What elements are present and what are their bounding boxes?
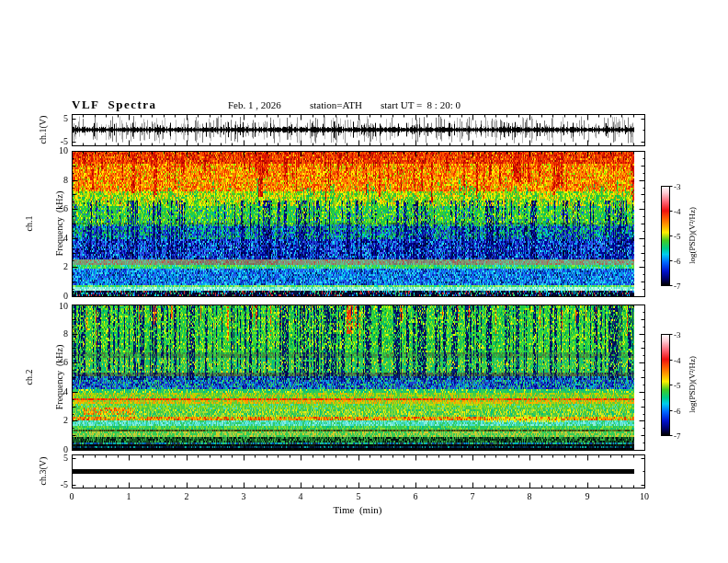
time-tick-label: 9 (576, 491, 598, 502)
time-tick-label: 8 (518, 491, 540, 502)
ch1-voltage-tick-label: 5 (46, 113, 68, 124)
ch2-frequency-tick-label: 8 (46, 328, 68, 339)
colorbar2-tick-label: -7 (674, 431, 690, 442)
colorbar1-tick-label: -7 (674, 281, 690, 292)
time-tick-label: 2 (176, 491, 198, 502)
ch2-frequency-tick-label: 2 (46, 415, 68, 426)
ch2-frequency-axis-label-line1: ch.2 (24, 345, 34, 410)
colorbar1-tick-label: -6 (674, 256, 690, 267)
ch2-frequency-tick-label: 4 (46, 386, 68, 397)
station-label: station=ATH (310, 99, 362, 110)
colorbar2-tick-label: -6 (674, 406, 690, 417)
ch1-frequency-axis-label: ch.1 Frequency (kHz) (4, 191, 85, 257)
time-tick-label: 0 (61, 491, 83, 502)
time-tick-label: 10 (633, 491, 655, 502)
time-tick-label: 4 (290, 491, 312, 502)
ch1-frequency-tick-label: 8 (46, 175, 68, 186)
time-tick-label: 5 (347, 491, 370, 502)
ch1-frequency-tick-label: 4 (46, 233, 68, 244)
time-tick-label: 1 (118, 491, 140, 502)
colorbar1-tick-label: -5 (674, 231, 690, 242)
ch1-frequency-axis-label-line2: Frequency (kHz) (54, 191, 64, 257)
vlf-spectra-figure: VLF Spectra Feb. 1 , 2026 station=ATH st… (0, 0, 728, 563)
spectra-plot-canvas (0, 0, 728, 563)
ch2-frequency-tick-label: 10 (46, 301, 68, 312)
colorbar2-tick-label: -4 (674, 355, 690, 366)
ch3-voltage-tick-label: -5 (46, 479, 68, 490)
ch2-frequency-tick-label: 6 (46, 357, 68, 368)
time-tick-label: 6 (404, 491, 427, 502)
time-tick-label: 3 (233, 491, 255, 502)
ch1-frequency-tick-label: 6 (46, 203, 68, 214)
ch1-frequency-tick-label: 2 (46, 261, 68, 272)
start-ut-label: start UT = 8 : 20: 0 (381, 99, 461, 110)
colorbar2-tick-label: -3 (674, 329, 690, 340)
ch2-frequency-axis-label-line2: Frequency (kHz) (54, 345, 64, 410)
ch2-frequency-axis-label: ch.2 Frequency (kHz) (4, 345, 85, 410)
ch3-voltage-tick-label: 5 (46, 453, 68, 464)
time-tick-label: 7 (461, 491, 483, 502)
figure-title: VLF Spectra (72, 98, 157, 112)
figure-date: Feb. 1 , 2026 (228, 99, 281, 110)
ch1-frequency-axis-label-line1: ch.1 (24, 191, 34, 257)
colorbar2-tick-label: -5 (674, 380, 690, 391)
ch1-voltage-tick-label: -5 (46, 136, 68, 147)
colorbar1-tick-label: -4 (674, 206, 690, 217)
time-axis-label: Time (min) (334, 504, 382, 515)
colorbar1-tick-label: -3 (674, 181, 690, 192)
